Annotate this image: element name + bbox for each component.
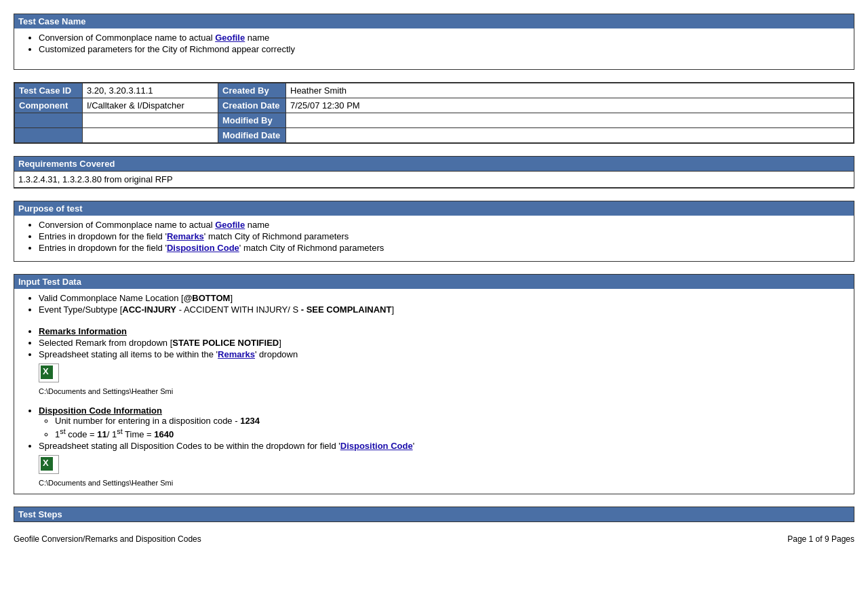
footer: Geofile Conversion/Remarks and Dispositi… xyxy=(14,534,854,544)
test-case-id-label: Test Case ID xyxy=(15,83,83,98)
disp-sup1: st xyxy=(60,427,65,435)
disp-b3-before: Spreadsheet stating all Disposition Code… xyxy=(39,441,340,451)
disp-sup2: st xyxy=(117,427,122,435)
rem-b1-before: Selected Remark from dropdown [ xyxy=(39,338,172,348)
footer-right: Page 1 of 9 Pages xyxy=(787,534,854,544)
b2-after: ] xyxy=(391,304,394,315)
b2-bold1: ACC-INJURY xyxy=(122,304,176,315)
remarks-info-header: Remarks Information xyxy=(39,326,127,336)
component-label: Component xyxy=(15,98,83,113)
remarks-link-1[interactable]: Remarks xyxy=(167,231,204,241)
rem-b1-bold: STATE POLICE NOTIFIED xyxy=(172,338,279,348)
input-test-data-header: Input Test Data xyxy=(14,275,854,289)
table-row: Modified By xyxy=(15,113,854,128)
test-case-name-content: Conversion of Commonplace name to actual… xyxy=(14,28,854,69)
requirements-content: 1.3.2.4.31, 1.3.2.3.80 from original RFP xyxy=(14,172,854,188)
disposition-link-1[interactable]: Disposition Code xyxy=(167,243,239,253)
modified-date-label: Modified Date xyxy=(218,128,286,143)
disposition-info-header: Disposition Code Information xyxy=(39,406,162,416)
modified-date-value xyxy=(286,128,854,143)
geofile-link-1[interactable]: Geofile xyxy=(215,33,245,43)
created-by-label: Created By xyxy=(218,83,286,98)
purpose-header: Purpose of test xyxy=(14,201,854,216)
disposition-info-list: Disposition Code Information Unit number… xyxy=(22,406,846,451)
purpose-content: Conversion of Commonplace name to actual… xyxy=(14,216,854,261)
remarks-info-list: Remarks Information Selected Remark from… xyxy=(22,326,846,359)
b1-bold: @BOTTOM xyxy=(184,293,231,303)
purpose-list: Conversion of Commonplace name to actual… xyxy=(22,220,846,253)
bullet2-text: Customized parameters for the City of Ri… xyxy=(39,44,295,54)
disp-b2-bold2: 1640 xyxy=(154,429,174,439)
disp-b2-bold1: 11 xyxy=(97,429,106,439)
excel-icon-remarks[interactable] xyxy=(39,363,59,382)
requirements-covered-box: Requirements Covered 1.3.2.4.31, 1.3.2.3… xyxy=(14,156,854,189)
table-row: Test Case ID 3.20, 3.20.3.11.1 Created B… xyxy=(15,83,854,98)
empty-label2 xyxy=(15,128,83,143)
test-steps-box: Test Steps xyxy=(14,507,854,522)
list-item: Disposition Code Information Unit number… xyxy=(39,406,846,439)
component-value: I/Calltaker & I/Dispatcher xyxy=(83,98,218,113)
input-list: Valid Commonplace Name Location [@BOTTOM… xyxy=(22,293,846,315)
remarks-file-path: C:\Documents and Settings\Heather Smi xyxy=(39,387,846,395)
test-steps-header: Test Steps xyxy=(14,507,854,521)
purpose-b1-before: Conversion of Commonplace name to actual xyxy=(39,220,215,230)
b1-before: Valid Commonplace Name Location [ xyxy=(39,293,184,303)
purpose-b1-after: name xyxy=(245,220,269,230)
disposition-link-2[interactable]: Disposition Code xyxy=(340,441,413,451)
modified-by-value xyxy=(286,113,854,128)
disp-b1-bold: 1234 xyxy=(240,416,260,426)
rem-b2-after: ' dropdown xyxy=(255,349,298,359)
disp-b2-middle2: / 1 xyxy=(107,429,117,439)
list-item: Valid Commonplace Name Location [@BOTTOM… xyxy=(39,293,846,303)
disp-b1-before: Unit number for entering in a dispositio… xyxy=(55,416,240,426)
input-test-data-box: Input Test Data Valid Commonplace Name L… xyxy=(14,274,854,494)
list-item: Entries in dropdown for the field 'Dispo… xyxy=(39,243,846,253)
test-case-name-list: Conversion of Commonplace name to actual… xyxy=(22,33,846,54)
test-case-id-value: 3.20, 3.20.3.11.1 xyxy=(83,83,218,98)
list-item: Customized parameters for the City of Ri… xyxy=(39,44,846,54)
empty-label xyxy=(15,113,83,128)
bullet1-text-after: name xyxy=(245,33,269,43)
test-case-name-box: Test Case Name Conversion of Commonplace… xyxy=(14,14,854,70)
created-by-value: Heather Smith xyxy=(286,83,854,98)
input-test-data-content: Valid Commonplace Name Location [@BOTTOM… xyxy=(14,289,854,494)
purpose-b3-after: ' match City of Richmond parameters xyxy=(239,243,384,253)
info-table-box: Test Case ID 3.20, 3.20.3.11.1 Created B… xyxy=(14,82,854,144)
b2-bold2: - SEE COMPLAINANT xyxy=(298,304,391,315)
disposition-file-path: C:\Documents and Settings\Heather Smi xyxy=(39,479,846,487)
modified-by-label: Modified By xyxy=(218,113,286,128)
b1-after: ] xyxy=(230,293,233,303)
list-item: 1st code = 11/ 1st Time = 1640 xyxy=(55,427,846,439)
table-row: Component I/Calltaker & I/Dispatcher Cre… xyxy=(15,98,854,113)
requirements-header: Requirements Covered xyxy=(14,157,854,172)
table-row: Modified Date xyxy=(15,128,854,143)
remarks-link-2[interactable]: Remarks xyxy=(218,349,255,359)
list-item: Remarks Information xyxy=(39,326,846,336)
excel-icon-disposition[interactable] xyxy=(39,455,59,474)
purpose-b3-before: Entries in dropdown for the field ' xyxy=(39,243,167,253)
disposition-file-area: C:\Documents and Settings\Heather Smi xyxy=(22,452,846,487)
creation-date-value: 7/25/07 12:30 PM xyxy=(286,98,854,113)
geofile-link-2[interactable]: Geofile xyxy=(215,220,245,230)
empty-value xyxy=(83,113,218,128)
list-item: Conversion of Commonplace name to actual… xyxy=(39,33,846,43)
purpose-of-test-box: Purpose of test Conversion of Commonplac… xyxy=(14,201,854,262)
info-table: Test Case ID 3.20, 3.20.3.11.1 Created B… xyxy=(14,83,854,143)
rem-b1-after: ] xyxy=(279,338,281,348)
list-item: Entries in dropdown for the field 'Remar… xyxy=(39,231,846,241)
remarks-file-area: C:\Documents and Settings\Heather Smi xyxy=(22,361,846,395)
bullet1-text-before: Conversion of Commonplace name to actual xyxy=(39,33,215,43)
list-item: Spreadsheet stating all Disposition Code… xyxy=(39,441,846,451)
test-case-name-header: Test Case Name xyxy=(14,14,854,28)
empty-value2 xyxy=(83,128,218,143)
list-item: Selected Remark from dropdown [STATE POL… xyxy=(39,338,846,348)
footer-left: Geofile Conversion/Remarks and Dispositi… xyxy=(14,534,201,544)
b2-middle: - ACCIDENT WITH INJURY/ S xyxy=(176,304,298,315)
b2-before: Event Type/Subtype [ xyxy=(39,304,122,315)
purpose-b2-after: ' match City of Richmond parameters xyxy=(204,231,349,241)
disp-b2-middle: code = xyxy=(66,429,98,439)
disposition-sub-list: Unit number for entering in a dispositio… xyxy=(39,416,846,439)
list-item: Event Type/Subtype [ACC-INJURY - ACCIDEN… xyxy=(39,304,846,315)
creation-date-label: Creation Date xyxy=(218,98,286,113)
list-item: Unit number for entering in a dispositio… xyxy=(55,416,846,426)
